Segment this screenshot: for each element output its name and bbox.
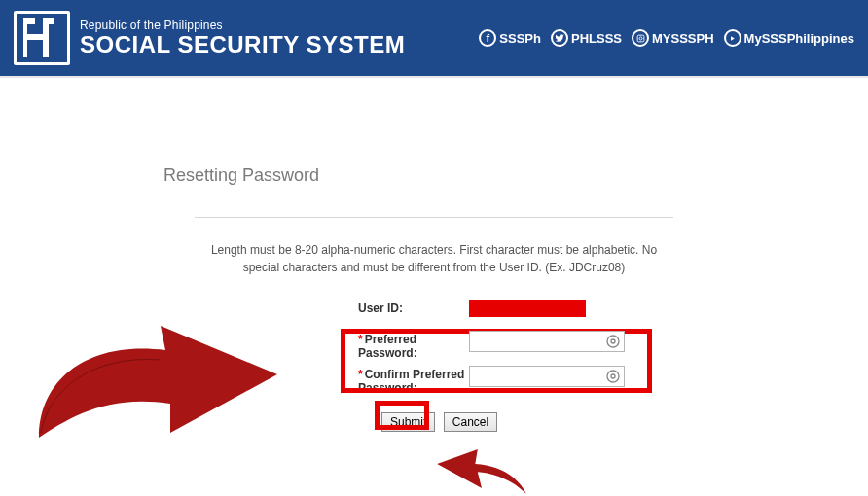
confirm-password-label: *Confirm Preferred Password: — [282, 366, 469, 395]
header-subtitle: Republic of the Philippines — [80, 18, 479, 32]
confirm-password-input[interactable] — [469, 366, 625, 387]
required-marker: * — [358, 333, 363, 346]
form-buttons: Submit Cancel — [381, 412, 720, 432]
facebook-icon: f — [479, 29, 496, 47]
social-label: MySSSPhilippines — [744, 31, 854, 46]
social-youtube[interactable]: MySSSPhilippines — [724, 29, 854, 47]
confirm-password-row: *Confirm Preferred Password: — [282, 366, 720, 395]
social-label: SSSPh — [499, 31, 541, 46]
svg-point-8 — [611, 374, 615, 378]
svg-point-5 — [607, 336, 619, 347]
header-title: SOCIAL SECURITY SYSTEM — [80, 32, 479, 57]
site-header: Republic of the Philippines SOCIAL SECUR… — [0, 0, 868, 78]
censored-block — [469, 300, 586, 317]
preferred-password-label: *Preferred Password: — [282, 331, 469, 360]
userid-value — [469, 300, 625, 321]
show-password-icon[interactable] — [605, 369, 621, 384]
cancel-button[interactable]: Cancel — [444, 412, 497, 432]
preferred-password-row: *Preferred Password: — [282, 331, 720, 360]
logo-icon — [14, 11, 70, 65]
password-instructions: Length must be 8-20 alpha-numeric charac… — [195, 241, 673, 276]
svg-point-6 — [611, 339, 615, 343]
annotation-arrow-bottom — [423, 449, 540, 496]
svg-point-3 — [639, 37, 642, 40]
divider — [195, 217, 673, 218]
svg-point-7 — [607, 371, 619, 382]
required-marker: * — [358, 368, 363, 381]
submit-button[interactable]: Submit — [381, 412, 435, 432]
sss-logo — [14, 11, 70, 65]
reset-password-form: User ID: *Preferred Password: *Confirm P… — [282, 300, 720, 432]
svg-marker-4 — [731, 36, 735, 41]
instagram-icon — [632, 29, 649, 47]
social-label: PHLSSS — [571, 31, 622, 46]
title-block: Republic of the Philippines SOCIAL SECUR… — [80, 18, 479, 57]
userid-label: User ID: — [282, 300, 469, 315]
userid-row: User ID: — [282, 300, 720, 321]
social-links: f SSSPh PHLSSS MYSSSPH MySSSPhilippines — [479, 29, 854, 47]
youtube-icon — [724, 29, 741, 47]
page-title: Resetting Password — [163, 165, 868, 186]
social-twitter[interactable]: PHLSSS — [551, 29, 622, 47]
annotation-arrow-left — [29, 321, 282, 447]
show-password-icon[interactable] — [605, 334, 621, 349]
preferred-password-input[interactable] — [469, 331, 625, 352]
twitter-icon — [551, 29, 568, 47]
social-instagram[interactable]: MYSSSPH — [632, 29, 714, 47]
social-label: MYSSSPH — [652, 31, 714, 46]
svg-rect-2 — [637, 35, 644, 42]
social-facebook[interactable]: f SSSPh — [479, 29, 541, 47]
